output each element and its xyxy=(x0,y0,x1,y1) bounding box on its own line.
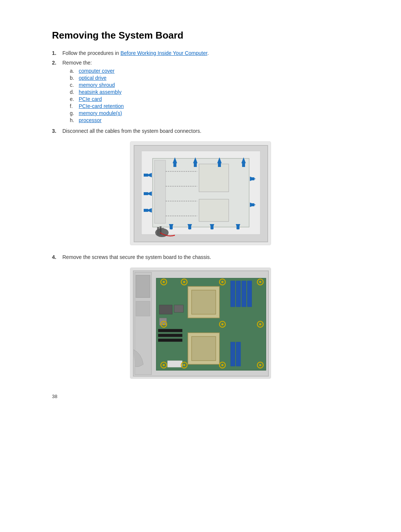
remove-list: a. computer cover b. optical drive c. me… xyxy=(70,68,349,123)
page-title: Removing the System Board xyxy=(52,30,349,41)
pcie-card-link[interactable]: PCIe card xyxy=(79,96,102,102)
svg-rect-34 xyxy=(144,192,148,195)
step-3-number: 3. xyxy=(52,128,62,134)
svg-rect-48 xyxy=(236,281,241,307)
svg-rect-5 xyxy=(199,199,229,221)
step-3-content: Disconnect all the cables from the syste… xyxy=(62,128,349,134)
heatsink-assembly-link[interactable]: heatsink assembly xyxy=(79,89,121,95)
svg-rect-47 xyxy=(231,281,235,307)
step-2-number: 2. xyxy=(52,60,62,66)
list-item-a: a. computer cover xyxy=(70,68,349,74)
svg-point-73 xyxy=(163,323,165,325)
before-working-link[interactable]: Before Working Inside Your Computer xyxy=(120,50,207,56)
svg-rect-14 xyxy=(194,162,197,167)
step-2: 2. Remove the: a. computer cover b. opti… xyxy=(52,60,349,124)
svg-rect-54 xyxy=(192,290,216,314)
list-item-f: f. PCIe-card retention xyxy=(70,103,349,109)
step-1-text: Follow the procedures in xyxy=(62,50,120,56)
list-item-e: e. PCIe card xyxy=(70,96,349,102)
svg-rect-20 xyxy=(250,177,254,180)
list-item-d: d. heatsink assembly xyxy=(70,89,349,95)
step-3: 3. Disconnect all the cables from the sy… xyxy=(52,128,349,134)
svg-rect-18 xyxy=(242,162,245,167)
svg-rect-12 xyxy=(173,162,176,167)
svg-rect-49 xyxy=(242,281,246,307)
svg-point-75 xyxy=(221,323,224,325)
page-number: 38 xyxy=(52,394,349,399)
svg-point-79 xyxy=(163,364,165,366)
step-4: 4. Remove the screws that secure the sys… xyxy=(52,254,349,260)
page-content: Removing the System Board 1. Follow the … xyxy=(0,0,401,429)
step-4-number: 4. xyxy=(52,254,62,260)
optical-drive-link[interactable]: optical drive xyxy=(79,75,107,81)
step-2-text: Remove the: xyxy=(62,60,92,66)
diagram-1-container xyxy=(52,141,349,245)
svg-rect-24 xyxy=(170,224,173,229)
memory-modules-link[interactable]: memory module(s) xyxy=(79,110,122,116)
svg-rect-36 xyxy=(144,209,148,212)
diagram-1 xyxy=(130,141,271,245)
svg-rect-45 xyxy=(136,301,150,316)
step-3-text: Disconnect all the cables from the syste… xyxy=(62,128,201,134)
list-item-h: h. processor xyxy=(70,117,349,123)
svg-point-83 xyxy=(221,364,224,366)
svg-point-67 xyxy=(183,281,185,283)
computer-cover-link[interactable]: computer cover xyxy=(79,68,114,74)
svg-rect-51 xyxy=(231,342,235,366)
svg-rect-26 xyxy=(188,224,191,229)
svg-rect-59 xyxy=(158,339,182,342)
svg-point-85 xyxy=(259,364,261,366)
step-4-text: Remove the screws that secure the system… xyxy=(62,254,211,260)
list-item-g: g. memory module(s) xyxy=(70,110,349,116)
step-2-content: Remove the: a. computer cover b. optical… xyxy=(62,60,349,124)
svg-rect-61 xyxy=(174,305,183,312)
step-1-number: 1. xyxy=(52,50,62,56)
svg-point-81 xyxy=(183,364,185,366)
list-item-c: c. memory shroud xyxy=(70,82,349,88)
step-1: 1. Follow the procedures in Before Worki… xyxy=(52,50,349,56)
svg-rect-30 xyxy=(237,224,239,229)
svg-rect-57 xyxy=(158,329,182,332)
svg-rect-16 xyxy=(218,162,221,167)
memory-shroud-link[interactable]: memory shroud xyxy=(79,82,115,88)
svg-point-69 xyxy=(221,281,224,283)
list-item-b: b. optical drive xyxy=(70,75,349,81)
svg-rect-32 xyxy=(144,174,148,177)
svg-rect-28 xyxy=(211,224,213,229)
svg-point-71 xyxy=(259,281,261,283)
pcie-card-retention-link[interactable]: PCIe-card retention xyxy=(79,103,124,109)
svg-rect-63 xyxy=(167,361,182,367)
svg-point-65 xyxy=(163,281,165,283)
svg-point-77 xyxy=(259,323,261,325)
svg-rect-50 xyxy=(247,281,252,307)
diagram-2 xyxy=(130,267,271,379)
diagram-2-container xyxy=(52,267,349,379)
svg-rect-52 xyxy=(236,342,241,366)
svg-rect-56 xyxy=(192,336,216,361)
svg-rect-38 xyxy=(157,227,159,234)
svg-rect-6 xyxy=(154,160,166,223)
svg-rect-44 xyxy=(136,275,150,298)
step-1-content: Follow the procedures in Before Working … xyxy=(62,50,349,56)
svg-rect-60 xyxy=(159,305,172,314)
processor-link[interactable]: processor xyxy=(79,117,101,123)
svg-rect-22 xyxy=(250,203,254,206)
step-4-content: Remove the screws that secure the system… xyxy=(62,254,349,260)
svg-rect-4 xyxy=(199,164,229,192)
svg-rect-58 xyxy=(158,334,182,337)
